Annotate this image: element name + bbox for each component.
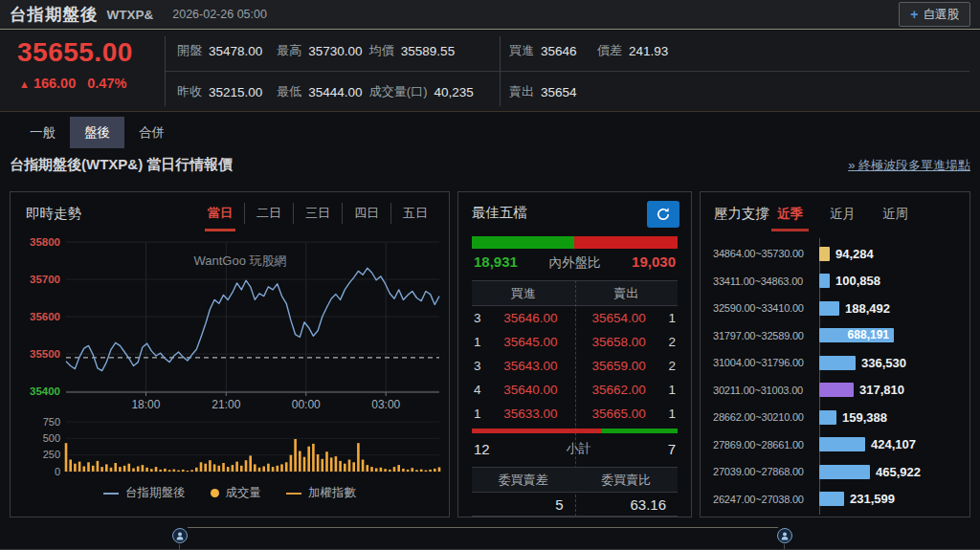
legend-item: 成交量 — [211, 485, 262, 501]
pressure-row: 32590.00~33410.00188,492 — [701, 295, 969, 322]
pressure-bar — [819, 247, 830, 261]
person-icon — [780, 531, 790, 540]
refresh-icon — [656, 207, 671, 222]
pressure-tabs: 近季近月近周 — [777, 206, 908, 223]
ratio-value: 63.16 — [575, 493, 679, 516]
pressure-bar — [819, 383, 854, 397]
quote-field-label: 昨收 — [177, 83, 202, 100]
tab-一般[interactable]: 一般 — [15, 117, 70, 148]
quote-field-value: 40,235 — [434, 85, 474, 99]
svg-text:35400: 35400 — [30, 385, 60, 397]
pressure-range-label: 34864.00~35730.00 — [701, 248, 819, 259]
pressure-value: 424,107 — [871, 437, 916, 451]
ratio-header: 委買賣比 — [575, 468, 679, 492]
strategy-link[interactable]: » 終極波段多單進場點 — [848, 157, 970, 174]
bid-price: 35643.00 — [497, 359, 575, 373]
ask-row: 賣出35654 — [509, 72, 796, 112]
tab-合併[interactable]: 合併 — [124, 117, 179, 148]
range-tab-四日[interactable]: 四日 — [342, 203, 390, 224]
add-watchlist-label: 自選股 — [924, 7, 960, 23]
bid-value: 35646 — [541, 44, 577, 58]
svg-text:35600: 35600 — [30, 311, 60, 322]
change-percent: 0.47% — [87, 76, 126, 91]
pressure-value: 188,492 — [845, 301, 890, 316]
ask-price: 35654.00 — [575, 311, 654, 325]
pressure-value: 159,388 — [842, 410, 887, 425]
svg-text:WantGoo 玩股網: WantGoo 玩股網 — [193, 253, 286, 268]
best-five-rows: 335646.0035654.001135645.0035658.0023356… — [458, 306, 691, 426]
pressure-bar — [819, 492, 844, 506]
svg-text:35800: 35800 — [30, 236, 60, 248]
best-five-panel: 最佳五檔 18,931 內外盤比 19,030 買進 賣出 335646.003… — [457, 191, 692, 517]
pressure-tab-近月[interactable]: 近月 — [830, 206, 856, 223]
quote-field-value: 35215.00 — [209, 85, 262, 99]
bid-label: 買進 — [509, 42, 534, 59]
legend-line-marker — [286, 493, 301, 495]
volume-bar-chart: 7505002500 — [18, 416, 443, 479]
order-stats-header: 委買賣差 委買賣比 — [472, 467, 678, 493]
quote-field: 均價35589.55 — [369, 42, 499, 59]
tab-盤後[interactable]: 盤後 — [70, 117, 124, 148]
best-five-row: 335643.0035659.002 — [458, 354, 691, 378]
plus-icon: + — [910, 7, 918, 22]
ask-column-header: 賣出 — [575, 281, 679, 305]
order-stats-values: 5 63.16 — [472, 493, 678, 517]
quote-field: 昨收35215.00 — [177, 83, 277, 100]
quote-row-2: 昨收35215.00最低35444.00成交量(口)40,235 — [166, 72, 499, 112]
pressure-row: 33411.00~34863.00100,858 — [701, 268, 969, 296]
inner-outer-label: 內外盤比 — [549, 254, 601, 272]
price-line-chart[interactable]: 358003570035600355003540018:0021:0000:00… — [18, 236, 443, 414]
pressure-row: 28662.00~30210.00159,388 — [701, 404, 969, 431]
pressure-tab-近周[interactable]: 近周 — [882, 206, 908, 223]
svg-text:18:00: 18:00 — [131, 398, 160, 411]
pressure-bar: 688,191 — [819, 328, 894, 342]
ask-price: 35659.00 — [575, 359, 654, 373]
ask-volume: 2 — [653, 359, 676, 373]
legend-line-marker — [103, 493, 119, 495]
svg-text:03:00: 03:00 — [371, 398, 400, 411]
intraday-panel: 即時走勢 當日二日三日四日五日 358003570035600355003540… — [10, 191, 450, 517]
diff-header: 委買賣差 — [472, 468, 575, 492]
range-tab-當日[interactable]: 當日 — [196, 203, 244, 224]
pressure-range-label: 30211.00~31003.00 — [701, 385, 819, 396]
pressure-range-label: 27869.00~28661.00 — [701, 439, 819, 451]
pressure-value: 231,599 — [850, 492, 895, 506]
bid-price: 35640.00 — [497, 383, 575, 397]
pressure-value: 336,530 — [861, 356, 906, 370]
legend-item: 加權指數 — [286, 485, 356, 501]
subtotal-bar — [472, 429, 678, 433]
bid-price: 35646.00 — [497, 311, 575, 325]
bid-subtotal: 12 — [474, 441, 490, 457]
svg-text:0: 0 — [55, 466, 60, 477]
ask-price: 35658.00 — [575, 335, 654, 349]
pressure-bar — [819, 356, 856, 370]
person-icon — [175, 531, 185, 540]
outer-bar — [574, 236, 678, 249]
quote-field-label: 最高 — [277, 42, 301, 59]
quote-row-1: 開盤35478.00最高35730.00均價35589.55 — [166, 31, 499, 71]
range-tab-三日[interactable]: 三日 — [293, 203, 342, 224]
pressure-row: 31004.00~31796.00336,530 — [701, 349, 969, 377]
pressure-tab-近季[interactable]: 近季 — [777, 206, 803, 223]
spread-value: 241.93 — [629, 44, 668, 58]
pressure-value: 688,191 — [848, 328, 889, 342]
pressure-range-label: 31004.00~31796.00 — [701, 357, 819, 368]
refresh-button[interactable] — [647, 201, 679, 228]
outer-volume: 19,030 — [632, 253, 676, 270]
add-watchlist-button[interactable]: + 自選股 — [899, 2, 970, 27]
range-tabs: 當日二日三日四日五日 — [196, 203, 439, 224]
range-tab-二日[interactable]: 二日 — [244, 203, 293, 224]
inner-volume: 18,931 — [474, 253, 518, 270]
legend-label: 成交量 — [226, 485, 262, 501]
svg-text:500: 500 — [43, 432, 60, 444]
pressure-bar — [819, 437, 865, 451]
inner-bar — [472, 236, 574, 249]
range-slider-left-handle[interactable] — [172, 528, 188, 543]
range-tab-五日[interactable]: 五日 — [390, 203, 439, 224]
pressure-row: 27869.00~28661.00424,107 — [701, 431, 969, 459]
range-slider-right-handle[interactable] — [777, 528, 792, 543]
quote-field-value: 35444.00 — [308, 85, 362, 99]
quote-field: 成交量(口)40,235 — [369, 83, 499, 100]
legend-label: 加權指數 — [308, 485, 356, 501]
quote-field: 開盤35478.00 — [177, 42, 277, 59]
